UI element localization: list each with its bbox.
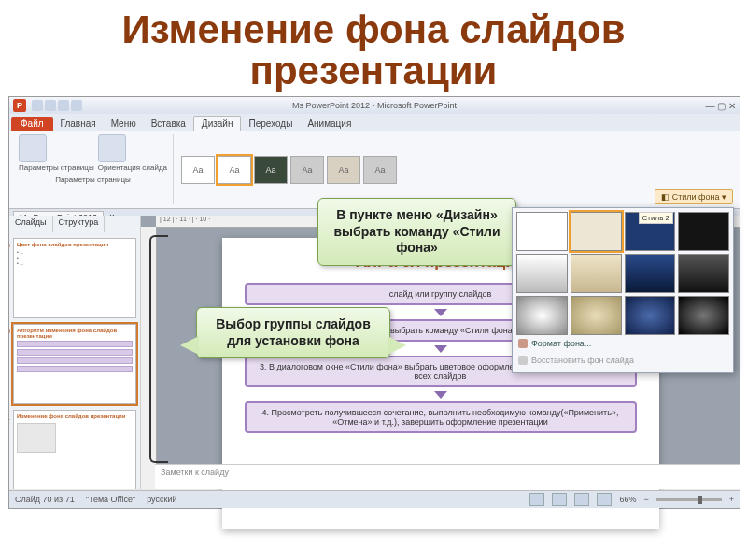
group-caption: Параметры страницы [55, 176, 131, 185]
bucket-icon [518, 339, 528, 348]
thumb-title: Алгоритм изменения фона слайдов презента… [17, 328, 133, 339]
bg-swatch[interactable] [678, 254, 729, 293]
theme-thumb[interactable]: Aa [181, 156, 215, 184]
bg-swatch[interactable] [516, 254, 568, 293]
bg-swatch[interactable] [678, 296, 729, 335]
title-bar: P Ms PowerPoint 2012 - Microsoft PowerPo… [9, 97, 740, 114]
status-bar: Слайд 70 из 71 "Тема Office" русский 66%… [9, 490, 740, 508]
group-bracket [149, 235, 168, 463]
tab-home[interactable]: Главная [53, 117, 104, 131]
thumb-title: Изменение фона слайдов презентации [17, 413, 133, 419]
format-background-link[interactable]: Формат фона... [516, 335, 729, 352]
theme-gallery[interactable]: Aa Aa Aa Aa Aa Aa [181, 134, 397, 204]
ribbon-tabs: Файл Главная Меню Вставка Дизайн Переход… [9, 114, 740, 131]
zoom-value[interactable]: 66% [619, 495, 636, 504]
powerpoint-screenshot: P Ms PowerPoint 2012 - Microsoft PowerPo… [8, 96, 740, 509]
side-tabs: Слайды Структура [9, 216, 140, 232]
thumb-number: 71 [9, 413, 10, 422]
theme-thumb[interactable]: Aa [254, 156, 288, 184]
language[interactable]: русский [147, 495, 176, 504]
bg-swatch[interactable] [625, 254, 676, 293]
tab-animation[interactable]: Анимация [300, 117, 359, 131]
bg-styles-button[interactable]: ◧ Стили фона ▾ [655, 189, 733, 204]
zoom-out-icon[interactable]: − [643, 495, 648, 504]
file-tab[interactable]: Файл [11, 117, 53, 131]
view-reading-icon[interactable] [574, 493, 589, 506]
bg-swatch[interactable] [516, 296, 568, 335]
view-sorter-icon[interactable] [552, 493, 567, 506]
orientation-icon[interactable] [98, 134, 126, 162]
slide-thumb-69[interactable]: 69 Цвет фона слайдов презентации • ...• … [13, 238, 136, 318]
bg-swatch[interactable] [678, 212, 729, 251]
tab-menu[interactable]: Меню [104, 117, 144, 131]
arrow-icon [434, 309, 447, 316]
reset-icon [518, 356, 528, 365]
slide-thumb-70[interactable]: 70 Алгоритм изменения фона слайдов презе… [13, 324, 136, 404]
side-tab-outline[interactable]: Структура [53, 216, 106, 232]
arrow-icon [434, 345, 447, 353]
theme-thumb[interactable]: Aa [327, 156, 360, 184]
callout-select-slides: Выбор группы слайдов для установки фона [196, 307, 390, 358]
bg-swatch-selected[interactable] [571, 212, 622, 251]
page-setup-label: Параметры страницы [19, 164, 94, 173]
thumb-number: 70 [9, 327, 10, 336]
notes-pane[interactable]: Заметки к слайду [155, 464, 740, 489]
slide-thumb-71[interactable]: 71 Изменение фона слайдов презентации [13, 410, 136, 489]
view-normal-icon[interactable] [529, 493, 544, 506]
theme-thumb[interactable]: Aa [290, 156, 324, 184]
callout-design-menu: В пункте меню «Дизайн» выбрать команду «… [317, 198, 516, 266]
window-buttons[interactable]: — ▢ ✕ [705, 101, 736, 111]
callout-text: Выбор группы слайдов для установки фона [216, 316, 371, 348]
reset-background-link[interactable]: Восстановить фон слайда [516, 352, 729, 369]
callout-text: В пункте меню «Дизайн» выбрать команду «… [333, 207, 500, 255]
view-slideshow-icon[interactable] [597, 493, 612, 506]
arrow-icon [434, 391, 447, 399]
page-setup-icon[interactable] [19, 134, 47, 162]
bg-swatch[interactable] [516, 212, 568, 251]
background-styles-popup: ◧ Стили фона ▾ Стиль 2 Формат фона... Во… [512, 207, 734, 373]
slide-counter: Слайд 70 из 71 [15, 495, 75, 504]
thumb-title: Цвет фона слайдов презентации [17, 242, 133, 247]
zoom-in-icon[interactable]: + [729, 495, 734, 504]
bg-swatch[interactable] [571, 296, 622, 335]
bg-swatch[interactable] [625, 296, 676, 335]
bg-swatch[interactable] [571, 254, 622, 293]
slide-title: Изменение фона слайдов презентации [0, 0, 747, 96]
thumb-number: 69 [9, 241, 10, 250]
step-4: 4. Просмотреть получившееся сочетание, в… [245, 401, 637, 433]
orientation-label: Ориентация слайда [98, 164, 167, 173]
tab-design[interactable]: Дизайн [193, 116, 242, 131]
theme-thumb[interactable]: Aa [363, 156, 397, 184]
tab-insert[interactable]: Вставка [144, 117, 193, 131]
zoom-slider[interactable] [656, 498, 722, 501]
theme-name: "Тема Office" [86, 495, 135, 504]
side-tab-slides[interactable]: Слайды [9, 216, 53, 232]
page-setup-group: Параметры страницы Ориентация слайда Пар… [13, 134, 174, 204]
tab-transitions[interactable]: Переходы [241, 117, 300, 131]
theme-thumb-selected[interactable]: Aa [218, 156, 251, 184]
slide-panel: Слайды Структура 69 Цвет фона слайдов пр… [9, 216, 141, 489]
bg-swatch-grid [516, 212, 729, 335]
quick-access-toolbar [32, 100, 82, 111]
document-title: Ms PowerPoint 2012 - Microsoft PowerPoin… [292, 101, 457, 110]
app-icon: P [13, 99, 26, 112]
swatch-tooltip: Стиль 2 [639, 212, 673, 224]
